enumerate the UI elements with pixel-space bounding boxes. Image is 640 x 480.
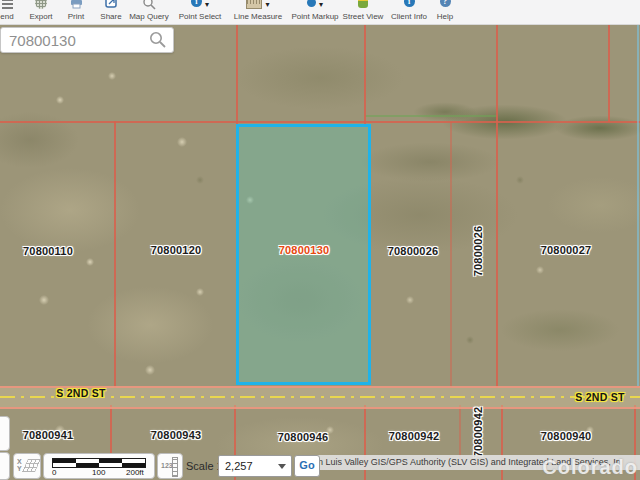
parcel-label: 70800120: [151, 244, 202, 256]
parcel-label: 70800026: [388, 245, 439, 257]
toolbar-item-point-select[interactable]: i ▾ Point Select: [171, 0, 229, 24]
parcel-label: 70800027: [541, 244, 592, 256]
print-icon: [70, 0, 83, 9]
collapsed-panel-button[interactable]: [0, 452, 10, 480]
toolbar-item-point-markup[interactable]: ▾ Point Markup: [284, 0, 346, 24]
toolbar-item-export[interactable]: Export: [21, 0, 61, 24]
scale-tick: 100: [92, 468, 105, 477]
scale-bar-ruler: [52, 458, 146, 468]
collapsed-panel-button[interactable]: [0, 416, 10, 451]
colorado-watermark: Colorado: [542, 456, 638, 479]
toolbar-item-help[interactable]: ? Help: [432, 0, 458, 24]
toolbar-item-line-measure[interactable]: ▾ Line Measure: [227, 0, 289, 24]
parcel-label: 70800941: [23, 429, 74, 441]
parcel-label: 70800942: [472, 407, 484, 458]
parcel-search-box: [0, 27, 174, 53]
toolbar-item-map-query[interactable]: Map Query: [121, 0, 177, 24]
scale-select[interactable]: 2,257: [218, 455, 292, 477]
parcel-line: [114, 121, 116, 388]
chevron-down-icon[interactable]: ▾: [319, 0, 323, 9]
line-measure-icon: [246, 0, 262, 9]
parcel-line: [496, 24, 498, 388]
export-icon: [35, 0, 47, 9]
vertical-ruler-icon: [172, 457, 178, 477]
grid-icon: [22, 459, 41, 472]
parcel-line: [608, 24, 610, 122]
scale-tool-button[interactable]: 123: [157, 453, 183, 479]
map-query-icon: [142, 0, 156, 10]
toolbar-item-street-view[interactable]: Street View: [338, 0, 388, 24]
scale-tick: 0: [52, 468, 56, 477]
chevron-down-icon[interactable]: ▾: [205, 0, 209, 9]
toolbar-item-print[interactable]: Print: [59, 0, 93, 24]
point-markup-icon: [307, 0, 316, 7]
parcel-label: 70800942: [389, 430, 440, 442]
parcel-label-selected: 70800130: [279, 244, 330, 256]
chevron-down-icon[interactable]: ▾: [265, 0, 269, 9]
parcel-label: 70800946: [278, 431, 329, 443]
section-line: [365, 115, 497, 117]
client-info-icon: i: [404, 0, 415, 7]
help-icon: ?: [440, 0, 451, 7]
toolbar-item-client-info[interactable]: i Client Info: [385, 0, 433, 24]
search-icon[interactable]: [149, 31, 167, 49]
parcel-line: [110, 405, 112, 455]
coordinates-tool-button[interactable]: XY: [13, 453, 41, 479]
chevron-down-icon: [278, 464, 286, 469]
share-icon: [105, 0, 118, 9]
scale-bar: 0 100 200ft: [43, 453, 155, 479]
parcel-label: 70800026: [472, 226, 484, 277]
street-label: S 2ND ST: [575, 391, 625, 403]
toolbar-item-legend[interactable]: end: [0, 0, 23, 24]
go-button[interactable]: Go: [294, 455, 320, 477]
scale-tick: 200ft: [126, 468, 144, 477]
legend-lines-icon: [2, 0, 13, 9]
street-label: S 2ND ST: [56, 387, 106, 399]
parcel-label: 70800943: [151, 429, 202, 441]
parcel-line: [364, 24, 366, 124]
main-toolbar: end Export Print Share Map Query i ▾ Poi…: [0, 0, 640, 25]
map-edge-line: [637, 24, 639, 386]
parcel-label: 70800110: [23, 245, 73, 257]
parcel-label: 70800940: [541, 430, 592, 442]
map-canvas[interactable]: 70800110 70800120 70800130 70800026 7080…: [0, 0, 640, 480]
scale-value: 2,257: [225, 460, 253, 472]
parcel-line: [0, 121, 640, 123]
search-input[interactable]: [7, 30, 146, 50]
point-select-icon: i: [191, 0, 202, 7]
street-view-icon: [358, 0, 368, 8]
parcel-line: [459, 405, 461, 460]
scale-123-icon: 123: [161, 462, 173, 469]
parcel-line: [450, 122, 452, 388]
xy-icon: XY: [17, 458, 22, 472]
parcel-line: [236, 24, 238, 124]
